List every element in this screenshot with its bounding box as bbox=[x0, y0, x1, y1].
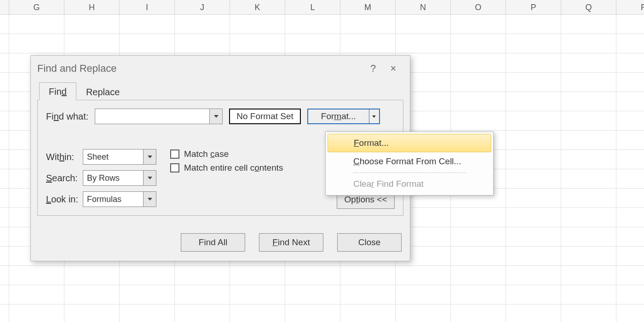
column-header[interactable]: N bbox=[396, 0, 451, 14]
chevron-down-icon bbox=[148, 155, 152, 158]
tab-find-label: Find bbox=[49, 86, 67, 97]
close-icon[interactable]: × bbox=[383, 58, 403, 79]
dialog-title: Find and Replace bbox=[37, 63, 363, 75]
find-next-button[interactable]: Find Next bbox=[259, 233, 323, 252]
format-dropdown-menu: Format... Choose Format From Cell... Cle… bbox=[325, 132, 494, 196]
chevron-down-icon bbox=[148, 198, 152, 201]
tab-replace[interactable]: Replace bbox=[76, 83, 129, 100]
menu-item-choose-label: Choose Format From Cell... bbox=[353, 156, 461, 167]
within-dropdown[interactable] bbox=[143, 150, 156, 164]
column-headers-row: G H I J K L M N O P Q R bbox=[0, 0, 644, 15]
lookin-value: Formulas bbox=[83, 192, 143, 207]
menu-item-format-label: Format... bbox=[354, 138, 389, 148]
options-button-label: Options << bbox=[345, 195, 387, 205]
find-next-label: Find Next bbox=[272, 237, 310, 247]
find-what-label: Find what: bbox=[46, 111, 88, 122]
menu-item-choose-from-cell[interactable]: Choose Format From Cell... bbox=[328, 152, 491, 171]
column-header[interactable]: G bbox=[9, 0, 64, 14]
column-header[interactable]: H bbox=[64, 0, 120, 14]
match-case-label: Match case bbox=[184, 149, 229, 159]
format-button-label: Format... bbox=[308, 109, 369, 123]
caret-down-icon bbox=[372, 115, 376, 118]
column-header[interactable]: L bbox=[285, 0, 340, 14]
within-label: Within: bbox=[46, 152, 78, 162]
search-select[interactable]: By Rows bbox=[83, 170, 156, 186]
search-value: By Rows bbox=[83, 171, 143, 185]
match-entire-checkbox[interactable]: Match entire cell contents bbox=[170, 163, 283, 173]
match-entire-label: Match entire cell contents bbox=[184, 163, 283, 173]
search-dropdown[interactable] bbox=[143, 171, 156, 185]
column-header[interactable]: Q bbox=[561, 0, 616, 14]
column-header[interactable]: J bbox=[175, 0, 230, 14]
chevron-down-icon bbox=[214, 115, 218, 118]
help-button[interactable]: ? bbox=[363, 58, 383, 79]
find-what-input[interactable] bbox=[95, 109, 209, 124]
column-header[interactable]: O bbox=[451, 0, 506, 14]
tab-strip: Find Replace bbox=[31, 81, 410, 100]
format-button[interactable]: Format... bbox=[307, 109, 380, 124]
find-what-dropdown[interactable] bbox=[209, 109, 222, 124]
tab-find[interactable]: Find bbox=[39, 82, 76, 100]
tab-replace-label: Replace bbox=[86, 87, 120, 97]
menu-item-clear-label: Clear Find Format bbox=[353, 179, 424, 189]
format-preview: No Format Set bbox=[229, 109, 301, 124]
within-select[interactable]: Sheet bbox=[83, 149, 156, 165]
column-header[interactable]: R bbox=[616, 0, 644, 14]
column-header[interactable]: P bbox=[506, 0, 561, 14]
column-header[interactable]: K bbox=[230, 0, 285, 14]
find-all-button[interactable]: Find All bbox=[181, 233, 245, 252]
format-button-dropdown[interactable] bbox=[369, 109, 379, 123]
menu-separator bbox=[353, 172, 466, 173]
dialog-titlebar: Find and Replace ? × bbox=[31, 56, 410, 81]
find-what-row: Find what: No Format Set Format... bbox=[46, 109, 395, 124]
lookin-label: Look in: bbox=[46, 194, 78, 205]
checkbox-icon bbox=[170, 150, 179, 159]
checkbox-icon bbox=[170, 163, 179, 172]
lookin-select[interactable]: Formulas bbox=[83, 191, 156, 207]
row-header-gutter bbox=[0, 0, 9, 14]
lookin-dropdown[interactable] bbox=[143, 192, 156, 207]
match-case-checkbox[interactable]: Match case bbox=[170, 149, 283, 159]
column-header[interactable]: I bbox=[120, 0, 175, 14]
chevron-down-icon bbox=[148, 177, 152, 179]
dialog-footer: Find All Find Next Close bbox=[31, 222, 410, 261]
menu-item-clear-find-format: Clear Find Format bbox=[328, 175, 491, 193]
find-all-label: Find All bbox=[199, 237, 227, 247]
close-label: Close bbox=[358, 237, 381, 247]
find-what-combo bbox=[95, 109, 223, 124]
within-value: Sheet bbox=[83, 150, 143, 164]
menu-item-format[interactable]: Format... bbox=[328, 134, 491, 152]
search-label: Search: bbox=[46, 173, 78, 184]
column-header[interactable]: M bbox=[340, 0, 396, 14]
close-button[interactable]: Close bbox=[337, 233, 402, 252]
